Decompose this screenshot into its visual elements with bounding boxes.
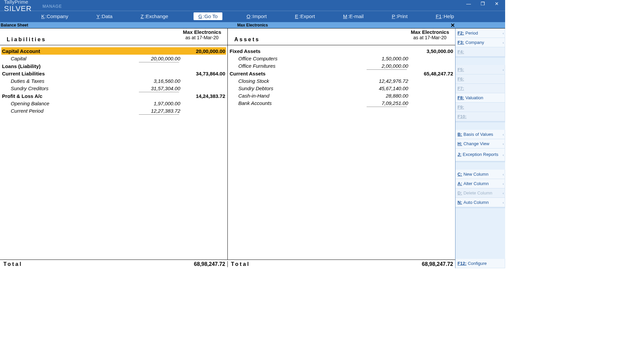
sidepanel-auto-column[interactable]: N:Auto Column‹ <box>455 198 505 207</box>
row-name: Capital Account <box>1 48 139 54</box>
liabilities-header: Max Electronics as at 17-Mar-20 Liabilit… <box>0 28 228 45</box>
menu-import[interactable]: O:Import <box>244 12 271 20</box>
row-name: Current Assets <box>229 71 367 76</box>
menu-exchange[interactable]: Z:Exchange <box>138 12 172 20</box>
sidepanel-period[interactable]: F2:Period‹ <box>455 28 505 38</box>
sidepanel-new-column[interactable]: C:New Column‹ <box>455 170 505 179</box>
sidepanel: F2:Period‹F3:Company‹F4:F5:‹F6:F7:F8:Val… <box>455 28 505 268</box>
assets-row-office-furnitures[interactable]: Office Furnitures2,00,000.00 <box>229 62 454 69</box>
assets-row-bank-accounts[interactable]: Bank Accounts7,09,251.00 <box>229 99 454 107</box>
sidepanel-f6: F6: <box>455 74 505 84</box>
menu-help[interactable]: F1:Help <box>433 12 458 20</box>
chevron-left-icon: ‹ <box>503 201 504 204</box>
sidepanel-f9: F9: <box>455 103 505 112</box>
liabilities-row-current-period[interactable]: Current Period12,27,383.72 <box>1 107 226 114</box>
assets-row-current-assets[interactable]: Current Assets65,48,247.72 <box>229 70 454 77</box>
row-amount: 1,97,000.00 <box>139 101 182 106</box>
row-name: Duties & Taxes <box>1 78 139 84</box>
liabilities-row-profit-loss-a-c[interactable]: Profit & Loss A/c14,24,383.72 <box>1 92 226 100</box>
manage-label[interactable]: MANAGE <box>43 4 62 9</box>
row-amount: 7,09,251.00 <box>367 100 410 106</box>
chevron-left-icon: ‹ <box>503 142 504 146</box>
sidepanel-f10: F10: <box>455 112 505 121</box>
row-name: Fixed Assets <box>229 48 367 54</box>
column-headers: Max Electronics as at 17-Mar-20 Liabilit… <box>0 28 455 45</box>
main: Max Electronics as at 17-Mar-20 Liabilit… <box>0 28 505 268</box>
chevron-left-icon: ‹ <box>503 172 504 176</box>
chevron-left-icon: ‹ <box>503 41 504 44</box>
assets-row-office-computers[interactable]: Office Computers1,50,000.00 <box>229 55 454 62</box>
liabilities-row-sundry-creditors[interactable]: Sundry Creditors31,57,304.00 <box>1 84 226 92</box>
row-total: 20,00,000.00 <box>182 48 226 54</box>
assets-row-cash-in-hand[interactable]: Cash-in-Hand28,880.00 <box>229 92 454 99</box>
report-body: Capital Account20,00,000.00Capital20,00,… <box>0 45 455 260</box>
row-amount: 45,67,140.00 <box>367 86 410 91</box>
row-name: Profit & Loss A/c <box>1 93 139 99</box>
assets-total: Total 68,98,247.72 <box>228 261 455 267</box>
liab-company: Max Electronics <box>2 29 225 35</box>
liabilities-pane: Capital Account20,00,000.00Capital20,00,… <box>0 45 228 260</box>
row-amount: 20,00,000.00 <box>139 56 182 61</box>
row-amount: 31,57,304.00 <box>139 86 182 91</box>
liabilities-row-capital[interactable]: Capital20,00,000.00 <box>1 55 226 62</box>
liabilities-row-duties-taxes[interactable]: Duties & Taxes3,16,560.00 <box>1 77 226 84</box>
chevron-left-icon: ‹ <box>503 182 504 185</box>
sidepanel-basis-of-values[interactable]: B:Basis of Values‹ <box>455 130 505 139</box>
row-amount: 12,27,383.72 <box>139 108 182 114</box>
sidepanel-f5: F5:‹ <box>455 65 505 74</box>
total-value-right: 68,98,247.72 <box>397 261 454 267</box>
row-name: Cash-in-Hand <box>229 93 367 99</box>
sidepanel-f4: F4: <box>455 47 505 57</box>
chevron-left-icon: ‹ <box>503 31 504 35</box>
sidepanel-valuation[interactable]: F8:Valuation <box>455 93 505 103</box>
menu-print[interactable]: P:Print <box>389 12 412 20</box>
liabilities-row-capital-account[interactable]: Capital Account20,00,000.00 <box>1 47 226 55</box>
breadcrumb-company: Max Electronics <box>237 23 268 27</box>
row-total: 34,73,864.00 <box>182 71 226 76</box>
sidepanel-exception-reports[interactable]: J:Exception Reports‹ <box>455 149 505 161</box>
liabilities-row-current-liabilities[interactable]: Current Liabilities34,73,864.00 <box>1 70 226 77</box>
assets-row-sundry-debtors[interactable]: Sundry Debtors45,67,140.00 <box>229 84 454 92</box>
sidepanel-change-view[interactable]: H:Change View‹ <box>455 139 505 149</box>
window-close-icon[interactable]: ✕ <box>490 0 504 7</box>
menu-e-mail[interactable]: M:E-mail <box>340 12 368 20</box>
sidepanel-configure[interactable]: F12:Configure <box>455 259 505 268</box>
liabilities-row-opening-balance[interactable]: Opening Balance1,97,000.00 <box>1 100 226 107</box>
row-name: Current Period <box>1 108 139 114</box>
assets-asat: as at 17-Mar-20 <box>230 35 453 40</box>
chevron-left-icon: ‹ <box>503 68 504 71</box>
brand-name: TallyPrime <box>4 0 32 4</box>
row-amount: 28,880.00 <box>367 93 410 99</box>
totals-row: Total 68,98,247.72 Total 68,98,247.72 <box>0 260 455 268</box>
liabilities-total: Total 68,98,247.72 <box>0 261 228 267</box>
titlebar: TallyPrime SILVER MANAGE — ❐ ✕ K:Company… <box>0 0 505 22</box>
total-value-left: 68,98,247.72 <box>169 261 226 267</box>
assets-company: Max Electronics <box>230 29 453 35</box>
liabilities-row-loans-liability-[interactable]: Loans (Liability) <box>1 62 226 70</box>
menubar: K:CompanyY:DataZ:ExchangeG:Go ToO:Import… <box>0 11 505 21</box>
sidepanel-company[interactable]: F3:Company‹ <box>455 38 505 47</box>
row-amount: 1,50,000.00 <box>367 56 410 61</box>
menu-company[interactable]: K:Company <box>39 12 72 20</box>
assets-row-fixed-assets[interactable]: Fixed Assets3,50,000.00 <box>229 47 454 55</box>
menu-data[interactable]: Y:Data <box>94 12 116 20</box>
window-minimize-icon[interactable]: — <box>462 0 476 7</box>
row-name: Opening Balance <box>1 101 139 106</box>
menu-go-to[interactable]: G:Go To <box>194 12 222 20</box>
close-icon[interactable]: ✕ <box>450 22 455 28</box>
row-amount: 2,00,000.00 <box>367 63 410 69</box>
total-label-left: Total <box>1 261 169 267</box>
row-name: Capital <box>1 56 139 61</box>
chevron-left-icon: ‹ <box>503 153 504 157</box>
row-name: Closing Stock <box>229 78 367 84</box>
sidepanel-alter-column[interactable]: A:Alter Column‹ <box>455 179 505 188</box>
window-maximize-icon[interactable]: ❐ <box>476 0 490 7</box>
sidepanel-delete-column: D:Delete Column‹ <box>455 188 505 198</box>
row-name: Office Computers <box>229 56 367 61</box>
row-total: 3,50,000.00 <box>410 48 454 54</box>
balance-sheet-report: Max Electronics as at 17-Mar-20 Liabilit… <box>0 28 455 268</box>
row-name: Office Furnitures <box>229 63 367 69</box>
assets-row-closing-stock[interactable]: Closing Stock12,42,976.72 <box>229 77 454 84</box>
menu-export[interactable]: E:Export <box>292 12 319 20</box>
row-name: Bank Accounts <box>229 100 367 106</box>
